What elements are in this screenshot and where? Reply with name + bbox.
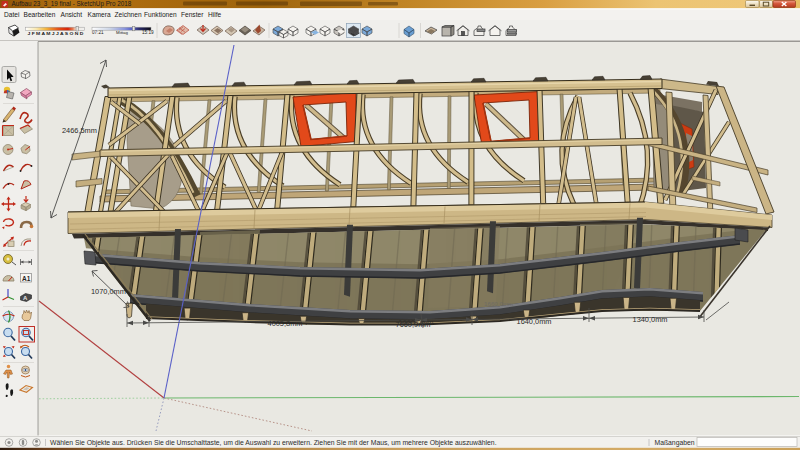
svg-text:15:19: 15:19 [142,30,154,35]
svg-text:Bearbeiten: Bearbeiten [24,11,56,18]
svg-text:1640,0mm: 1640,0mm [517,317,552,326]
svg-text:1660,0mm: 1660,0mm [484,300,513,307]
svg-text:A1: A1 [22,275,31,282]
svg-text:J F M A M J J A S O N D: J F M A M J J A S O N D [28,32,84,36]
svg-text:Mittag: Mittag [116,30,129,35]
svg-text:4005,8mm: 4005,8mm [268,319,303,328]
svg-text:Fenster: Fenster [181,11,204,18]
svg-text:1660,0mm: 1660,0mm [399,318,434,327]
svg-text:Wählen Sie Objekte aus. Drücke: Wählen Sie Objekte aus. Drücken Sie die … [50,439,497,447]
svg-text:1340,0mm: 1340,0mm [633,315,668,324]
svg-text:1070,0mm: 1070,0mm [91,287,126,296]
svg-text:Hilfe: Hilfe [208,11,222,18]
svg-text:Funktionen: Funktionen [144,11,177,18]
svg-text:Ansicht: Ansicht [61,11,83,18]
svg-text:A: A [23,295,28,301]
svg-text:2466,5mm: 2466,5mm [62,126,97,135]
svg-text:Datei: Datei [4,11,20,18]
svg-text:Kamera: Kamera [88,11,111,18]
svg-text:Aufbau 23_3_19 final - SketchU: Aufbau 23_3_19 final - SketchUp Pro 2018 [12,0,132,8]
svg-text:Zeichnen: Zeichnen [115,11,142,18]
svg-text:Maßangaben: Maßangaben [655,439,695,447]
